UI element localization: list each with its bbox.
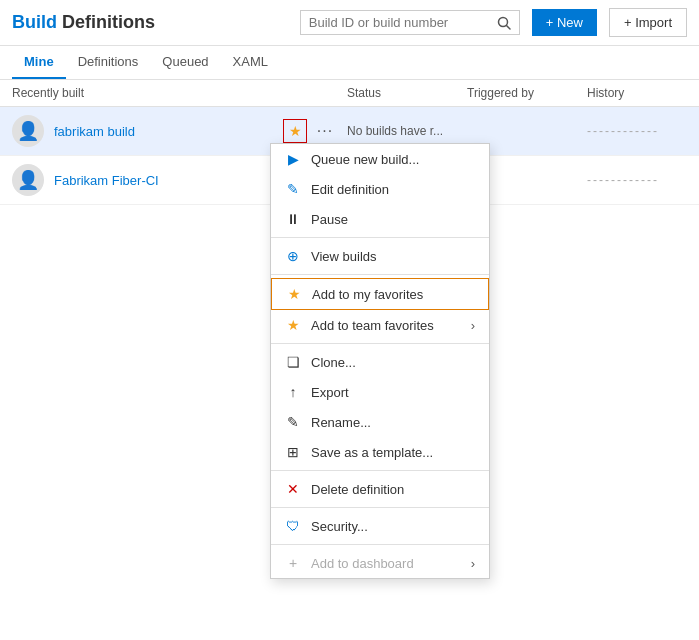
menu-item-queue-icon[interactable]: ▶Queue new build... [271, 144, 489, 174]
pause-icon: ⏸ [285, 211, 301, 227]
page-title: Build Definitions [12, 12, 155, 33]
chevron-right-icon: › [471, 318, 475, 333]
col-status-header: Status [347, 86, 467, 100]
menu-item-edit-icon[interactable]: ✎Edit definition [271, 174, 489, 204]
rename-icon-label: Rename... [311, 415, 371, 430]
menu-separator-3 [271, 237, 489, 238]
template-icon: ⊞ [285, 444, 301, 460]
menu-item-delete-icon[interactable]: ✕Delete definition [271, 474, 489, 504]
edit-icon-label: Edit definition [311, 182, 389, 197]
col-recently-built: Recently built [12, 86, 347, 100]
avatar-1: 👤 [12, 115, 44, 147]
rename-icon: ✎ [285, 414, 301, 430]
menu-item-clone-icon[interactable]: ❏Clone... [271, 347, 489, 377]
delete-icon: ✕ [285, 481, 301, 497]
export-icon: ↑ [285, 384, 301, 400]
build-history-1: ------------ [587, 124, 687, 138]
table-header: Recently built Status Triggered by Histo… [0, 80, 699, 107]
chevron-right-icon: › [471, 556, 475, 571]
edit-icon: ✎ [285, 181, 301, 197]
star-filled-icon-label: Add to my favorites [312, 287, 423, 302]
security-icon-label: Security... [311, 519, 368, 534]
search-icon [497, 16, 511, 30]
star-filled-icon: ★ [286, 286, 302, 302]
delete-icon-label: Delete definition [311, 482, 404, 497]
favorite-star-button-1[interactable]: ★ [283, 119, 307, 143]
security-icon: 🛡 [285, 518, 301, 534]
header: Build Definitions + New + Import [0, 0, 699, 46]
tab-queued[interactable]: Queued [150, 46, 220, 79]
menu-item-rename-icon[interactable]: ✎Rename... [271, 407, 489, 437]
menu-separator-5 [271, 274, 489, 275]
dashboard-icon: + [285, 555, 301, 571]
import-button[interactable]: + Import [609, 8, 687, 37]
view-builds-icon: ⊕ [285, 248, 301, 264]
person-icon-1: 👤 [17, 120, 39, 142]
context-menu: ▶Queue new build...✎Edit definition⏸Paus… [270, 143, 490, 579]
person-icon-2: 👤 [17, 169, 39, 191]
menu-separator-13 [271, 470, 489, 471]
menu-separator-17 [271, 544, 489, 545]
tab-mine[interactable]: Mine [12, 46, 66, 79]
menu-item-pause-icon[interactable]: ⏸Pause [271, 204, 489, 234]
menu-item-security-icon[interactable]: 🛡Security... [271, 511, 489, 541]
title-build: Build [12, 12, 57, 32]
more-actions-button-1[interactable]: ··· [313, 119, 337, 143]
menu-item-dashboard-icon: +Add to dashboard› [271, 548, 489, 578]
star-team-icon-label: Add to team favorites [311, 318, 434, 333]
menu-item-star-team-icon[interactable]: ★Add to team favorites› [271, 310, 489, 340]
clone-icon-label: Clone... [311, 355, 356, 370]
pause-icon-label: Pause [311, 212, 348, 227]
menu-item-export-icon[interactable]: ↑Export [271, 377, 489, 407]
clone-icon: ❏ [285, 354, 301, 370]
queue-icon: ▶ [285, 151, 301, 167]
ellipsis-icon-1: ··· [317, 122, 333, 140]
view-builds-icon-label: View builds [311, 249, 377, 264]
build-row-1[interactable]: 👤 fabrikam build ★ ··· No builds have r.… [0, 107, 699, 156]
title-definitions: Definitions [62, 12, 155, 32]
search-box[interactable] [300, 10, 520, 35]
star-icon-1: ★ [289, 123, 302, 139]
export-icon-label: Export [311, 385, 349, 400]
col-triggered-header: Triggered by [467, 86, 587, 100]
queue-icon-label: Queue new build... [311, 152, 419, 167]
build-history-2: ------------ [587, 173, 687, 187]
menu-separator-8 [271, 343, 489, 344]
tab-xaml[interactable]: XAML [221, 46, 280, 79]
col-history-header: History [587, 86, 687, 100]
menu-item-template-icon[interactable]: ⊞Save as a template... [271, 437, 489, 467]
svg-line-1 [506, 25, 510, 29]
build-status-1: No builds have r... [347, 124, 467, 138]
star-team-icon: ★ [285, 317, 301, 333]
build-name-1[interactable]: fabrikam build [54, 124, 283, 139]
menu-separator-15 [271, 507, 489, 508]
avatar-2: 👤 [12, 164, 44, 196]
nav-tabs: Mine Definitions Queued XAML [0, 46, 699, 80]
template-icon-label: Save as a template... [311, 445, 433, 460]
new-button[interactable]: + New [532, 9, 597, 36]
dashboard-icon-label: Add to dashboard [311, 556, 414, 571]
menu-item-star-filled-icon[interactable]: ★Add to my favorites [271, 278, 489, 310]
tab-definitions[interactable]: Definitions [66, 46, 151, 79]
search-input[interactable] [309, 15, 491, 30]
menu-item-view-builds-icon[interactable]: ⊕View builds [271, 241, 489, 271]
